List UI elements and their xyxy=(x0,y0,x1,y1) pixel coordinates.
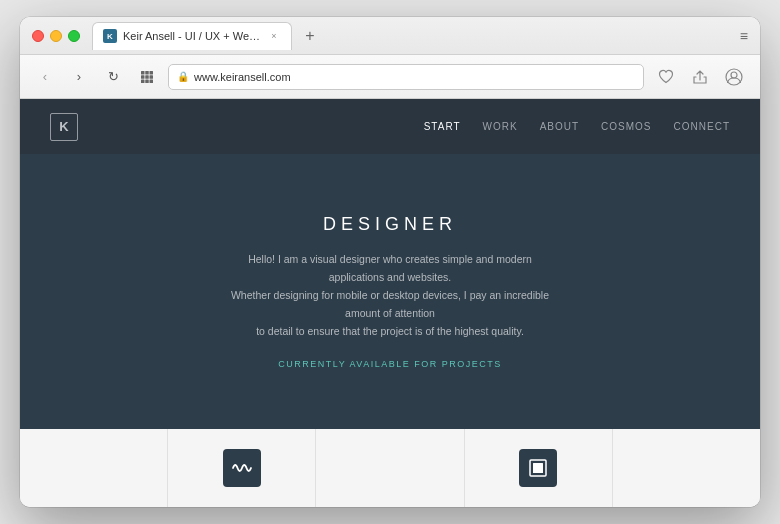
browser-window: K Keir Ansell - UI / UX + Web... × + ≡ ‹… xyxy=(20,17,760,507)
title-bar-controls: ≡ xyxy=(740,28,748,44)
nav-item-cosmos[interactable]: COSMOS xyxy=(601,121,651,132)
svg-point-10 xyxy=(731,72,737,78)
forward-button[interactable]: › xyxy=(66,64,92,90)
hero-description: Hello! I am a visual designer who create… xyxy=(220,251,560,340)
toolbar: ‹ › ↻ 🔒 www.keiransell.com xyxy=(20,55,760,99)
new-tab-button[interactable]: + xyxy=(298,24,322,48)
hero-title: DESIGNER xyxy=(323,214,457,235)
squiggly-icon xyxy=(232,461,252,475)
maximize-button[interactable] xyxy=(68,30,80,42)
bottom-col-3 xyxy=(316,429,464,507)
website-content: K START WORK ABOUT COSMOS CONNECT DESIGN… xyxy=(20,99,760,507)
svg-rect-7 xyxy=(145,79,149,83)
hero-section: DESIGNER Hello! I am a visual designer w… xyxy=(20,154,760,429)
tab-close-button[interactable]: × xyxy=(267,29,281,43)
bottom-section xyxy=(20,429,760,507)
bottom-icon-2[interactable] xyxy=(519,449,557,487)
svg-rect-2 xyxy=(150,71,154,75)
site-logo: K xyxy=(50,113,78,141)
svg-rect-12 xyxy=(533,463,543,473)
tab-area: K Keir Ansell - UI / UX + Web... × + xyxy=(92,22,740,50)
share-button[interactable] xyxy=(686,63,714,91)
profile-button[interactable] xyxy=(720,63,748,91)
svg-rect-0 xyxy=(141,71,145,75)
reload-button[interactable]: ↻ xyxy=(100,64,126,90)
bottom-col-5 xyxy=(613,429,760,507)
svg-rect-8 xyxy=(150,79,154,83)
menu-icon[interactable]: ≡ xyxy=(740,28,748,44)
grid-icon xyxy=(140,70,154,84)
traffic-lights xyxy=(32,30,80,42)
title-bar: K Keir Ansell - UI / UX + Web... × + ≡ xyxy=(20,17,760,55)
address-bar[interactable]: 🔒 www.keiransell.com xyxy=(168,64,644,90)
share-icon xyxy=(692,69,708,85)
back-button[interactable]: ‹ xyxy=(32,64,58,90)
toolbar-actions xyxy=(652,63,748,91)
square-icon xyxy=(529,459,547,477)
nav-item-work[interactable]: WORK xyxy=(483,121,518,132)
heart-icon xyxy=(658,69,674,85)
svg-rect-6 xyxy=(141,79,145,83)
bottom-col-1 xyxy=(20,429,168,507)
site-nav: START WORK ABOUT COSMOS CONNECT xyxy=(424,121,730,132)
available-text[interactable]: CURRENTLY AVAILABLE FOR PROJECTS xyxy=(278,359,501,369)
nav-item-connect[interactable]: CONNECT xyxy=(674,121,730,132)
bottom-icon-1[interactable] xyxy=(223,449,261,487)
grid-button[interactable] xyxy=(134,64,160,90)
bottom-col-4 xyxy=(465,429,613,507)
browser-tab[interactable]: K Keir Ansell - UI / UX + Web... × xyxy=(92,22,292,50)
tab-favicon: K xyxy=(103,29,117,43)
bottom-col-2 xyxy=(168,429,316,507)
url-text: www.keiransell.com xyxy=(194,71,291,83)
minimize-button[interactable] xyxy=(50,30,62,42)
svg-rect-1 xyxy=(145,71,149,75)
svg-rect-5 xyxy=(150,75,154,79)
nav-item-start[interactable]: START xyxy=(424,121,461,132)
svg-rect-3 xyxy=(141,75,145,79)
close-button[interactable] xyxy=(32,30,44,42)
profile-icon xyxy=(725,68,743,86)
svg-rect-4 xyxy=(145,75,149,79)
nav-item-about[interactable]: ABOUT xyxy=(540,121,579,132)
lock-icon: 🔒 xyxy=(177,71,189,82)
favorite-button[interactable] xyxy=(652,63,680,91)
tab-title: Keir Ansell - UI / UX + Web... xyxy=(123,30,261,42)
site-header: K START WORK ABOUT COSMOS CONNECT xyxy=(20,99,760,154)
